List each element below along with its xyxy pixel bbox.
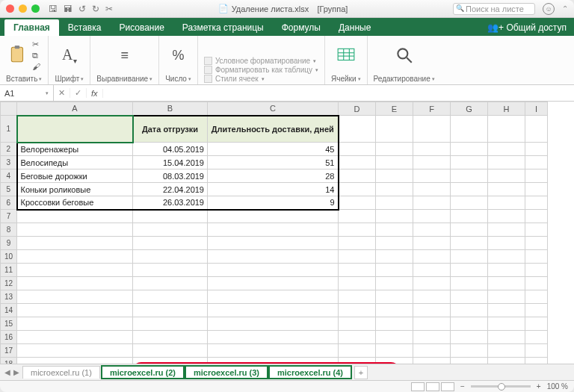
tab-layout[interactable]: Разметка страницы bbox=[173, 19, 273, 36]
copy-icon[interactable]: ⧉ bbox=[32, 51, 40, 60]
cell-C14[interactable] bbox=[208, 304, 339, 317]
column-header[interactable]: E bbox=[376, 102, 413, 116]
cell-E2[interactable] bbox=[376, 143, 413, 156]
cell-E17[interactable] bbox=[376, 344, 413, 358]
column-header[interactable]: G bbox=[451, 102, 488, 116]
cell-H14[interactable] bbox=[488, 304, 525, 317]
row-header[interactable]: 3 bbox=[1, 156, 17, 169]
view-mode-buttons[interactable] bbox=[411, 382, 454, 391]
cell-A13[interactable] bbox=[17, 290, 133, 304]
save-icon[interactable]: 🖫 bbox=[49, 4, 58, 14]
cell-D17[interactable] bbox=[339, 344, 376, 358]
cell-H17[interactable] bbox=[488, 344, 525, 358]
cell-I17[interactable] bbox=[525, 344, 548, 358]
cell-F7[interactable] bbox=[413, 210, 451, 223]
cell-I9[interactable] bbox=[525, 237, 548, 250]
minimize-window-icon[interactable] bbox=[19, 4, 27, 13]
row-header[interactable]: 6 bbox=[1, 196, 17, 210]
feedback-icon[interactable]: ☺ bbox=[543, 3, 555, 15]
cell-C16[interactable] bbox=[208, 331, 339, 344]
cell-E8[interactable] bbox=[376, 223, 413, 237]
row-header[interactable]: 9 bbox=[1, 237, 17, 250]
cell-A8[interactable] bbox=[17, 223, 133, 237]
sheet-tab[interactable]: microexcel.ru (4) bbox=[269, 366, 351, 379]
cell-I18[interactable] bbox=[525, 358, 548, 364]
cell-B3[interactable]: 15.04.2019 bbox=[133, 156, 208, 169]
format-painter-icon[interactable]: 🖌 bbox=[32, 62, 40, 71]
cell-F15[interactable] bbox=[413, 317, 451, 331]
cell-I15[interactable] bbox=[525, 317, 548, 331]
cell-B11[interactable] bbox=[133, 264, 208, 277]
cell-G14[interactable] bbox=[451, 304, 488, 317]
cell-I4[interactable] bbox=[525, 169, 548, 183]
cell-G7[interactable] bbox=[451, 210, 488, 223]
cell-F18[interactable] bbox=[413, 358, 451, 364]
row-header[interactable]: 18 bbox=[1, 358, 17, 364]
cell-H10[interactable] bbox=[488, 250, 525, 264]
cell-I16[interactable] bbox=[525, 331, 548, 344]
cell-H9[interactable] bbox=[488, 237, 525, 250]
cell-H15[interactable] bbox=[488, 317, 525, 331]
cell-G8[interactable] bbox=[451, 223, 488, 237]
row-header[interactable]: 7 bbox=[1, 210, 17, 223]
add-sheet-button[interactable]: + bbox=[354, 366, 368, 379]
cell-A3[interactable]: Велосипеды bbox=[17, 156, 133, 169]
cell-C17[interactable] bbox=[208, 344, 339, 358]
cell-A4[interactable]: Беговые дорожки bbox=[17, 169, 133, 183]
cell-F8[interactable] bbox=[413, 223, 451, 237]
row-header[interactable]: 17 bbox=[1, 344, 17, 358]
cell-B18[interactable] bbox=[133, 358, 208, 364]
cell-H3[interactable] bbox=[488, 156, 525, 169]
cell-H5[interactable] bbox=[488, 183, 525, 196]
cell-D9[interactable] bbox=[339, 237, 376, 250]
cell-E9[interactable] bbox=[376, 237, 413, 250]
cell-A17[interactable] bbox=[17, 344, 133, 358]
cell-E15[interactable] bbox=[376, 317, 413, 331]
row-header[interactable]: 12 bbox=[1, 277, 17, 290]
column-header[interactable]: I bbox=[525, 102, 548, 116]
cell-E4[interactable] bbox=[376, 169, 413, 183]
tab-formulas[interactable]: Формулы bbox=[273, 19, 330, 36]
cell-I8[interactable] bbox=[525, 223, 548, 237]
collapse-ribbon-icon[interactable]: ⌃ bbox=[562, 4, 568, 13]
cancel-formula-icon[interactable]: ✕ bbox=[54, 88, 70, 98]
enter-formula-icon[interactable]: ✓ bbox=[70, 88, 87, 98]
cell-F9[interactable] bbox=[413, 237, 451, 250]
cell-H1[interactable] bbox=[488, 116, 525, 143]
column-header[interactable]: D bbox=[339, 102, 376, 116]
cell-D7[interactable] bbox=[339, 210, 376, 223]
cell-A18[interactable] bbox=[17, 358, 133, 364]
cell-B4[interactable]: 08.03.2019 bbox=[133, 169, 208, 183]
cell-B5[interactable]: 22.04.2019 bbox=[133, 183, 208, 196]
row-header[interactable]: 16 bbox=[1, 331, 17, 344]
tab-insert[interactable]: Вставка bbox=[59, 19, 111, 36]
cell-B9[interactable] bbox=[133, 237, 208, 250]
share-button[interactable]: 👥+ Общий доступ bbox=[480, 19, 574, 36]
row-header[interactable]: 5 bbox=[1, 183, 17, 196]
cell-D11[interactable] bbox=[339, 264, 376, 277]
close-window-icon[interactable] bbox=[6, 4, 14, 13]
worksheet-grid[interactable]: ABCDEFGHI1Дата отгрузкиДлительность дост… bbox=[0, 102, 574, 364]
cell-D15[interactable] bbox=[339, 317, 376, 331]
cells-button[interactable] bbox=[336, 46, 356, 65]
cell-I13[interactable] bbox=[525, 290, 548, 304]
cell-E16[interactable] bbox=[376, 331, 413, 344]
undo-icon[interactable]: ↺ bbox=[78, 4, 86, 14]
cell-C18[interactable] bbox=[208, 358, 339, 364]
cell-I10[interactable] bbox=[525, 250, 548, 264]
zoom-in-icon[interactable]: + bbox=[537, 382, 541, 391]
cell-I14[interactable] bbox=[525, 304, 548, 317]
cell-A9[interactable] bbox=[17, 237, 133, 250]
cell-I6[interactable] bbox=[525, 196, 548, 210]
cell-H16[interactable] bbox=[488, 331, 525, 344]
cell-E7[interactable] bbox=[376, 210, 413, 223]
tab-draw[interactable]: Рисование bbox=[110, 19, 173, 36]
column-header[interactable]: H bbox=[488, 102, 525, 116]
row-header[interactable]: 13 bbox=[1, 290, 17, 304]
cell-F2[interactable] bbox=[413, 143, 451, 156]
cell-B13[interactable] bbox=[133, 290, 208, 304]
cell-C7[interactable] bbox=[208, 210, 339, 223]
cell-C13[interactable] bbox=[208, 290, 339, 304]
align-icon[interactable]: ≡ bbox=[120, 48, 129, 63]
row-header[interactable]: 1 bbox=[1, 116, 17, 143]
